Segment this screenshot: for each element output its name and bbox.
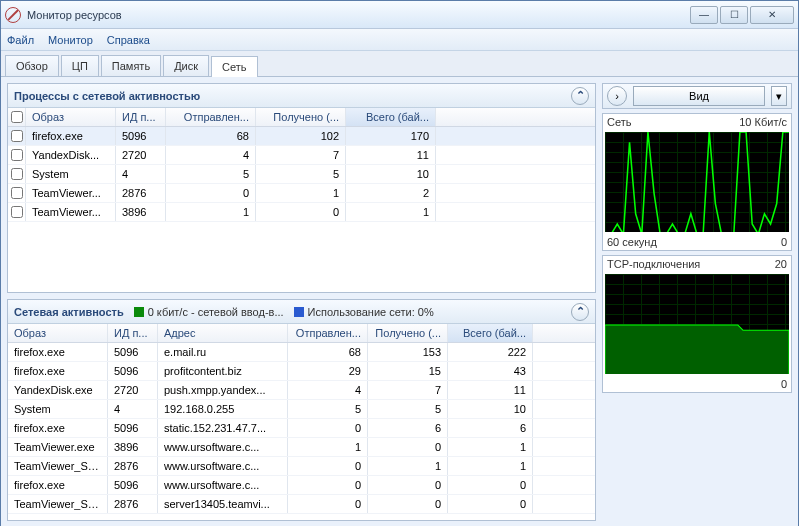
menubar: Файл Монитор Справка bbox=[1, 29, 798, 51]
tab-cpu[interactable]: ЦП bbox=[61, 55, 99, 76]
collapse-button[interactable]: ⌃ bbox=[571, 303, 589, 321]
select-all-checkbox[interactable] bbox=[11, 111, 23, 123]
tab-memory[interactable]: Память bbox=[101, 55, 161, 76]
table-row[interactable]: firefox.exe 5096 profitcontent.biz 29 15… bbox=[8, 362, 595, 381]
cell-total: 222 bbox=[448, 343, 533, 361]
cell-total: 1 bbox=[448, 457, 533, 475]
cell-sent: 1 bbox=[166, 203, 256, 221]
cell-recv: 7 bbox=[256, 146, 346, 164]
cell-sent: 29 bbox=[288, 362, 368, 380]
cell-address: www.ursoftware.c... bbox=[158, 457, 288, 475]
row-checkbox[interactable] bbox=[11, 187, 23, 199]
row-checkbox[interactable] bbox=[11, 168, 23, 180]
row-checkbox[interactable] bbox=[11, 149, 23, 161]
table-row[interactable]: firefox.exe 5096 www.ursoftware.c... 0 0… bbox=[8, 476, 595, 495]
cell-image: TeamViewer... bbox=[26, 203, 116, 221]
cell-total: 1 bbox=[346, 203, 436, 221]
cell-recv: 1 bbox=[368, 457, 448, 475]
cell-image: YandexDisk.exe bbox=[8, 381, 108, 399]
menu-help[interactable]: Справка bbox=[107, 34, 150, 46]
window-title: Монитор ресурсов bbox=[27, 9, 690, 21]
col-sent[interactable]: Отправлен... bbox=[288, 324, 368, 342]
cell-recv: 102 bbox=[256, 127, 346, 145]
legend-blue-icon bbox=[294, 307, 304, 317]
processes-table-header: Образ ИД п... Отправлен... Получено (...… bbox=[8, 108, 595, 127]
cell-total: 0 bbox=[448, 476, 533, 494]
cell-image: firefox.exe bbox=[26, 127, 116, 145]
activity-panel: Сетевая активность 0 кбит/с - сетевой вв… bbox=[7, 299, 596, 521]
minimize-button[interactable]: — bbox=[690, 6, 718, 24]
table-row[interactable]: YandexDisk... 2720 4 7 11 bbox=[8, 146, 595, 165]
tab-overview[interactable]: Обзор bbox=[5, 55, 59, 76]
table-row[interactable]: TeamViewer... 3896 1 0 1 bbox=[8, 203, 595, 222]
cell-image: YandexDisk... bbox=[26, 146, 116, 164]
col-image[interactable]: Образ bbox=[8, 324, 108, 342]
row-checkbox[interactable] bbox=[11, 130, 23, 142]
menu-monitor[interactable]: Монитор bbox=[48, 34, 93, 46]
close-button[interactable]: ✕ bbox=[750, 6, 794, 24]
graph-scale: 20 bbox=[775, 258, 787, 270]
cell-recv: 1 bbox=[256, 184, 346, 202]
menu-file[interactable]: Файл bbox=[7, 34, 34, 46]
collapse-button[interactable]: ⌃ bbox=[571, 87, 589, 105]
graph-title: TCP-подключения bbox=[607, 258, 700, 270]
titlebar[interactable]: Монитор ресурсов — ☐ ✕ bbox=[1, 1, 798, 29]
tcp-graph: TCP-подключения20 0 bbox=[602, 255, 792, 393]
table-row[interactable]: TeamViewer_Se... 2876 www.ursoftware.c..… bbox=[8, 457, 595, 476]
cell-address: static.152.231.47.7... bbox=[158, 419, 288, 437]
processes-table-body: firefox.exe 5096 68 102 170 YandexDisk..… bbox=[8, 127, 595, 292]
activity-table-header: Образ ИД п... Адрес Отправлен... Получен… bbox=[8, 324, 595, 343]
col-address[interactable]: Адрес bbox=[158, 324, 288, 342]
col-recv[interactable]: Получено (... bbox=[368, 324, 448, 342]
cell-pid: 5096 bbox=[108, 362, 158, 380]
cell-recv: 5 bbox=[256, 165, 346, 183]
tab-network[interactable]: Сеть bbox=[211, 56, 257, 77]
resource-monitor-window: Монитор ресурсов — ☐ ✕ Файл Монитор Спра… bbox=[0, 0, 799, 526]
row-checkbox[interactable] bbox=[11, 206, 23, 218]
cell-pid: 2876 bbox=[108, 495, 158, 513]
table-row[interactable]: TeamViewer... 2876 0 1 2 bbox=[8, 184, 595, 203]
table-row[interactable]: firefox.exe 5096 e.mail.ru 68 153 222 bbox=[8, 343, 595, 362]
right-toolbar: › Вид ▾ bbox=[602, 83, 792, 109]
cell-sent: 4 bbox=[166, 146, 256, 164]
view-dropdown[interactable]: ▾ bbox=[771, 86, 787, 106]
tabbar: Обзор ЦП Память Диск Сеть bbox=[1, 51, 798, 77]
cell-sent: 68 bbox=[288, 343, 368, 361]
cell-pid: 5096 bbox=[108, 419, 158, 437]
col-sent[interactable]: Отправлен... bbox=[166, 108, 256, 126]
col-total[interactable]: Всего (бай... bbox=[346, 108, 436, 126]
cell-sent: 5 bbox=[288, 400, 368, 418]
cell-recv: 0 bbox=[368, 495, 448, 513]
cell-sent: 0 bbox=[166, 184, 256, 202]
cell-pid: 3896 bbox=[108, 438, 158, 456]
cell-recv: 5 bbox=[368, 400, 448, 418]
cell-sent: 4 bbox=[288, 381, 368, 399]
activity-table-body: firefox.exe 5096 e.mail.ru 68 153 222fir… bbox=[8, 343, 595, 520]
table-row[interactable]: firefox.exe 5096 68 102 170 bbox=[8, 127, 595, 146]
col-recv[interactable]: Получено (... bbox=[256, 108, 346, 126]
table-row[interactable]: YandexDisk.exe 2720 push.xmpp.yandex... … bbox=[8, 381, 595, 400]
view-button[interactable]: Вид bbox=[633, 86, 765, 106]
activity-panel-title: Сетевая активность bbox=[14, 306, 124, 318]
cell-pid: 5096 bbox=[108, 343, 158, 361]
col-pid[interactable]: ИД п... bbox=[108, 324, 158, 342]
maximize-button[interactable]: ☐ bbox=[720, 6, 748, 24]
cell-image: firefox.exe bbox=[8, 476, 108, 494]
table-row[interactable]: firefox.exe 5096 static.152.231.47.7... … bbox=[8, 419, 595, 438]
table-row[interactable]: System 4 5 5 10 bbox=[8, 165, 595, 184]
chevron-up-icon: ⌃ bbox=[576, 305, 585, 318]
tab-disk[interactable]: Диск bbox=[163, 55, 209, 76]
cell-recv: 0 bbox=[368, 438, 448, 456]
col-total[interactable]: Всего (бай... bbox=[448, 324, 533, 342]
table-row[interactable]: TeamViewer_Se... 2876 server13405.teamvi… bbox=[8, 495, 595, 514]
expand-button[interactable]: › bbox=[607, 86, 627, 106]
col-pid[interactable]: ИД п... bbox=[116, 108, 166, 126]
col-image[interactable]: Образ bbox=[26, 108, 116, 126]
cell-pid: 4 bbox=[116, 165, 166, 183]
table-row[interactable]: TeamViewer.exe 3896 www.ursoftware.c... … bbox=[8, 438, 595, 457]
cell-sent: 0 bbox=[288, 495, 368, 513]
table-row[interactable]: System 4 192.168.0.255 5 5 10 bbox=[8, 400, 595, 419]
processes-panel-title: Процессы с сетевой активностью bbox=[14, 90, 200, 102]
cell-pid: 2876 bbox=[108, 457, 158, 475]
chevron-right-icon: › bbox=[615, 90, 619, 102]
